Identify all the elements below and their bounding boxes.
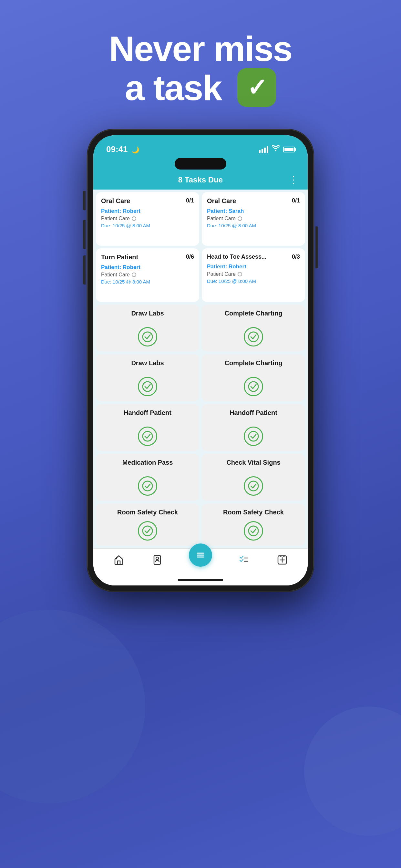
tab-bar	[93, 548, 308, 577]
task-card-completed[interactable]: Draw Labs	[96, 354, 199, 401]
task-patient: Patient: Robert	[101, 264, 194, 271]
task-title: Turn Patient	[101, 253, 186, 261]
phone-frame: 09:41 🌙	[88, 129, 313, 591]
task-category: Patient Care	[101, 272, 194, 278]
checkmark-icon	[248, 431, 259, 442]
task-card-completed[interactable]: Handoff Patient	[202, 404, 305, 451]
phone-wrapper: 09:41 🌙	[88, 129, 313, 591]
scroll-content: Oral Care 0/1 Patient: Robert Patient Ca…	[93, 190, 308, 548]
signal-bar-2	[261, 149, 263, 153]
task-card-completed[interactable]: Handoff Patient	[96, 404, 199, 451]
svg-point-1	[249, 332, 258, 342]
checkmark-icon	[142, 431, 153, 442]
wifi-icon	[272, 145, 280, 153]
status-icons	[259, 145, 295, 153]
svg-point-7	[249, 481, 258, 491]
svg-point-8	[143, 526, 152, 536]
checkmark-icon	[248, 525, 259, 536]
category-dot	[238, 216, 242, 221]
svg-point-3	[249, 382, 258, 392]
task-card[interactable]: Oral Care 0/1 Patient: Sarah Patient Car…	[202, 192, 305, 246]
power-button[interactable]	[315, 226, 318, 268]
task-title: Draw Labs	[131, 360, 164, 367]
task-card[interactable]: Head to Toe Assess... 0/3 Patient: Rober…	[202, 248, 305, 302]
task-title: Check Vital Signs	[226, 459, 280, 466]
task-title: Draw Labs	[131, 310, 164, 317]
tab-add[interactable]	[275, 553, 289, 567]
task-patient: Patient: Robert	[101, 208, 194, 214]
volume-down-button[interactable]	[83, 255, 86, 284]
battery-icon	[283, 147, 295, 152]
task-grid: Oral Care 0/1 Patient: Robert Patient Ca…	[93, 190, 308, 548]
add-icon	[275, 553, 289, 567]
task-category: Patient Care	[207, 271, 300, 277]
task-category: Patient Care	[207, 216, 300, 221]
svg-point-5	[249, 431, 258, 441]
checkmark-icon	[142, 480, 153, 492]
checkmark-badge: ✓	[237, 68, 276, 107]
task-card-completed[interactable]: Complete Charting	[202, 305, 305, 352]
phone-screen: 09:41 🌙	[93, 135, 308, 585]
dynamic-island-container	[93, 158, 308, 172]
signal-bar-4	[267, 146, 268, 153]
check-circle	[244, 377, 263, 396]
task-card-completed[interactable]: Medication Pass	[96, 454, 199, 501]
task-card-completed[interactable]: Draw Labs	[96, 305, 199, 352]
task-card[interactable]: Turn Patient 0/6 Patient: Robert Patient…	[96, 248, 199, 302]
task-title: Complete Charting	[225, 310, 282, 317]
check-circle	[244, 427, 263, 446]
fab-button[interactable]	[189, 544, 212, 567]
check-circle	[244, 327, 263, 346]
task-header: Oral Care 0/1	[101, 197, 194, 205]
task-patient: Patient: Sarah	[207, 208, 300, 214]
task-card[interactable]: Oral Care 0/1 Patient: Robert Patient Ca…	[96, 192, 199, 246]
checkmark-icon: ✓	[247, 74, 267, 101]
task-card-completed[interactable]: Room Safety Check	[96, 503, 199, 546]
check-circle	[138, 377, 157, 396]
check-circle	[244, 521, 263, 540]
task-header: Oral Care 0/1	[207, 197, 300, 205]
svg-point-4	[143, 431, 152, 441]
menu-icon	[195, 549, 206, 561]
task-title: Complete Charting	[225, 360, 282, 367]
signal-bars-icon	[259, 146, 268, 153]
check-circle	[138, 327, 157, 346]
hero-section: Never miss a task ✓	[109, 29, 292, 110]
check-circle	[244, 476, 263, 496]
home-bar	[178, 579, 223, 581]
more-button[interactable]: ⋮	[289, 175, 298, 184]
nav-title: 8 Tasks Due	[178, 175, 223, 184]
bg-circle-1	[0, 610, 145, 803]
check-circle	[138, 427, 157, 446]
task-card-completed[interactable]: Room Safety Check	[202, 503, 305, 546]
bg-circle-2	[304, 707, 401, 836]
volume-up-button[interactable]	[83, 220, 86, 249]
task-patient: Patient: Robert	[207, 264, 300, 270]
home-icon	[112, 553, 126, 567]
svg-point-9	[249, 526, 258, 536]
tab-home[interactable]	[112, 553, 126, 567]
checkmark-icon	[142, 381, 153, 392]
task-card-completed[interactable]: Check Vital Signs	[202, 454, 305, 501]
task-card-completed[interactable]: Complete Charting	[202, 354, 305, 401]
check-circle	[138, 476, 157, 496]
tab-tasks[interactable]	[237, 553, 251, 567]
task-title: Oral Care	[207, 197, 292, 205]
patient-icon	[150, 553, 164, 567]
checkmark-icon	[142, 331, 153, 342]
signal-bar-1	[259, 150, 260, 153]
tasks-icon	[237, 553, 251, 567]
task-header: Turn Patient 0/6	[101, 253, 194, 261]
task-title: Room Safety Check	[223, 508, 284, 516]
mute-button[interactable]	[83, 191, 86, 210]
tab-patient[interactable]	[150, 553, 164, 567]
task-header: Head to Toe Assess... 0/3	[207, 253, 300, 260]
svg-point-0	[143, 332, 152, 342]
checkmark-icon	[248, 381, 259, 392]
task-due: Due: 10/25 @ 8:00 AM	[101, 279, 194, 284]
task-due: Due: 10/25 @ 8:00 AM	[207, 223, 300, 228]
svg-point-2	[143, 382, 152, 392]
check-circle	[138, 521, 157, 540]
svg-point-6	[143, 481, 152, 491]
task-count: 0/1	[186, 197, 194, 204]
